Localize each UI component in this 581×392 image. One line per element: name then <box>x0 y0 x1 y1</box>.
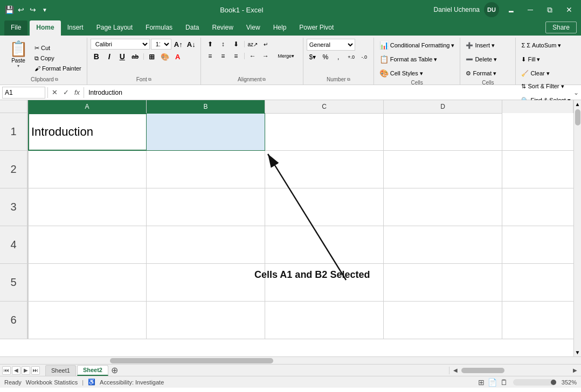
restore-button[interactable]: ⧉ <box>542 2 557 17</box>
cell-styles-button[interactable]: 🎨 Cell Styles ▾ <box>377 67 425 80</box>
formula-expand-button[interactable]: ⌄ <box>573 89 579 96</box>
format-cells-button[interactable]: ⚙ Format ▾ <box>464 67 499 80</box>
increase-font-button[interactable]: A↑ <box>172 39 184 50</box>
cell-a5[interactable] <box>28 264 147 302</box>
text-orientation-button[interactable]: az↗ <box>247 39 259 50</box>
tab-data[interactable]: Data <box>179 20 205 36</box>
undo-icon[interactable]: ↩ <box>16 5 26 15</box>
autosum-button[interactable]: Σ Σ AutoSum ▾ <box>519 39 563 52</box>
cancel-formula-button[interactable]: ✕ <box>50 87 59 97</box>
zoom-level[interactable]: 352% <box>562 379 577 386</box>
conditional-formatting-button[interactable]: 📊 Conditional Formatting ▾ <box>377 39 457 52</box>
autosum-arrow[interactable]: ▾ <box>558 42 561 49</box>
format-as-table-button[interactable]: 📋 Format as Table ▾ <box>377 53 440 66</box>
minimize-button[interactable]: ─ <box>523 2 538 17</box>
cell-c1[interactable] <box>265 113 384 151</box>
cell-d1[interactable] <box>384 113 502 151</box>
top-align-button[interactable]: ⬆ <box>204 39 216 50</box>
sheet-nav-prev[interactable]: ◀ <box>12 366 20 375</box>
cell-a3[interactable] <box>28 188 147 226</box>
scroll-down-button[interactable]: ▼ <box>574 348 581 356</box>
number-dialog-launcher[interactable]: ⧉ <box>347 77 350 82</box>
fill-arrow[interactable]: ▾ <box>537 56 540 63</box>
page-break-view-button[interactable]: 🗒 <box>500 378 508 387</box>
confirm-formula-button[interactable]: ✓ <box>61 87 71 97</box>
close-button[interactable]: ✕ <box>562 2 577 17</box>
decrease-indent-button[interactable]: ← <box>247 51 259 61</box>
delete-cells-button[interactable]: ➖ Delete ▾ <box>464 53 499 66</box>
insert-arrow[interactable]: ▾ <box>492 42 495 49</box>
alignment-dialog-launcher[interactable]: ⧉ <box>262 77 266 82</box>
horizontal-scrollbar[interactable] <box>28 357 573 364</box>
zoom-slider[interactable] <box>513 379 556 386</box>
insert-function-button[interactable]: fx <box>73 87 81 97</box>
add-sheet-button[interactable]: ⊕ <box>109 365 120 376</box>
conditional-formatting-arrow[interactable]: ▾ <box>451 42 454 49</box>
clear-button[interactable]: 🧹 Clear ▾ <box>519 67 551 80</box>
increase-indent-button[interactable]: → <box>260 51 272 61</box>
cell-c2[interactable] <box>265 151 384 188</box>
insert-cells-button[interactable]: ➕ Insert ▾ <box>464 39 497 52</box>
vertical-scrollbar[interactable]: ▲ ▼ <box>573 100 581 356</box>
clear-arrow[interactable]: ▾ <box>547 70 550 77</box>
format-arrow[interactable]: ▾ <box>493 70 496 77</box>
cell-b3[interactable] <box>147 188 265 226</box>
clipboard-dialog-launcher[interactable]: ⧉ <box>55 77 58 82</box>
tab-home[interactable]: Home <box>30 20 60 36</box>
cell-b5[interactable] <box>147 264 265 302</box>
currency-button[interactable]: $▾ <box>307 52 319 62</box>
cell-b6[interactable] <box>147 302 265 339</box>
name-box[interactable] <box>2 87 45 99</box>
row-6-header[interactable]: 6 <box>0 302 28 339</box>
scroll-thumb-v[interactable] <box>575 109 580 125</box>
scroll-up-button[interactable]: ▲ <box>574 100 581 108</box>
cell-a2[interactable] <box>28 151 147 188</box>
tab-file[interactable]: File <box>4 20 27 36</box>
tab-formulas[interactable]: Formulas <box>139 20 179 36</box>
tab-help[interactable]: Help <box>267 20 293 36</box>
decrease-decimal-button[interactable]: -.0 <box>358 52 370 62</box>
scroll-tabs-right[interactable]: ▶ <box>571 367 579 374</box>
sheet-tab-sheet1[interactable]: Sheet1 <box>45 365 76 376</box>
cell-a4[interactable] <box>28 226 147 264</box>
paste-button[interactable]: 📋 Paste ▾ <box>5 39 31 69</box>
row-4-header[interactable]: 4 <box>0 226 28 264</box>
format-table-arrow[interactable]: ▾ <box>434 56 437 63</box>
col-header-d[interactable]: D <box>384 100 502 113</box>
sheet-nav-last[interactable]: ⏭ <box>31 366 40 375</box>
bold-button[interactable]: B <box>91 51 102 62</box>
scroll-thumb-h[interactable] <box>110 358 274 363</box>
scroll-tabs-left[interactable]: ◀ <box>452 367 459 374</box>
sheet-tab-sheet2[interactable]: Sheet2 <box>77 365 108 376</box>
tab-review[interactable]: Review <box>205 20 239 36</box>
cell-c6[interactable] <box>265 302 384 339</box>
font-size-dropdown[interactable]: 11 <box>151 39 171 50</box>
increase-decimal-button[interactable]: +.0 <box>345 52 357 62</box>
wrap-text-button[interactable]: ↵ <box>260 39 272 50</box>
number-format-dropdown[interactable]: General <box>307 39 355 51</box>
decrease-font-button[interactable]: A↓ <box>185 39 197 50</box>
right-align-button[interactable]: ≡ <box>230 51 242 61</box>
cell-d4[interactable] <box>384 226 502 264</box>
paste-dropdown-arrow[interactable]: ▾ <box>17 64 19 68</box>
borders-button[interactable]: ⊞ <box>146 51 158 62</box>
row-3-header[interactable]: 3 <box>0 188 28 226</box>
italic-button[interactable]: I <box>103 51 115 62</box>
tab-page-layout[interactable]: Page Layout <box>90 20 139 36</box>
cell-b1[interactable] <box>147 113 265 151</box>
center-align-button[interactable]: ≡ <box>217 51 229 61</box>
row-5-header[interactable]: 5 <box>0 264 28 302</box>
comma-button[interactable]: , <box>333 52 344 62</box>
workbook-stats-button[interactable]: Workbook Statistics <box>26 379 78 386</box>
tab-view[interactable]: View <box>240 20 267 36</box>
percent-button[interactable]: % <box>320 52 331 62</box>
strikethrough-button[interactable]: ab <box>129 51 141 62</box>
page-layout-view-button[interactable]: 📄 <box>488 378 497 387</box>
cell-d6[interactable] <box>384 302 502 339</box>
normal-view-button[interactable]: ⊞ <box>478 378 485 387</box>
tab-insert[interactable]: Insert <box>61 20 90 36</box>
tab-power-pivot[interactable]: Power Pivot <box>293 20 340 36</box>
redo-icon[interactable]: ↪ <box>28 5 38 15</box>
sheet-scroll-thumb[interactable] <box>461 368 504 373</box>
font-dialog-launcher[interactable]: ⧉ <box>148 77 151 82</box>
